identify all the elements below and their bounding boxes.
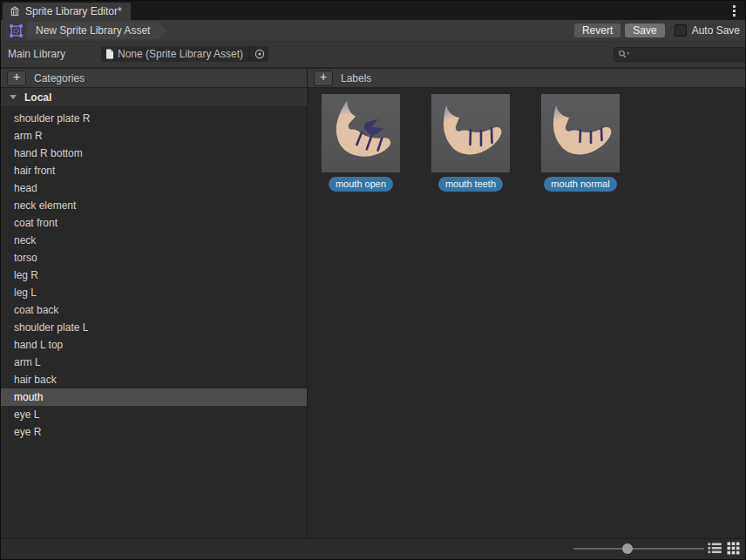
category-row[interactable]: neck [1,232,307,249]
grid-view-icon[interactable] [727,542,740,555]
category-list: shoulder plate R arm R hand R bottom hai… [1,110,307,441]
local-group-foldout[interactable]: Local [1,88,307,107]
category-row[interactable]: shoulder plate L [1,319,307,336]
category-row[interactable]: eye R [1,423,307,441]
auto-save-checkbox[interactable] [675,24,687,37]
sprite-library-editor-window: Sprite Library Editor* New Sprite Librar… [0,0,746,560]
list-view-icon[interactable] [708,543,722,554]
main-library-label: Main Library [8,48,65,60]
sprite-card[interactable]: mouth open [322,94,400,192]
breadcrumb[interactable]: New Sprite Library Asset [27,22,167,39]
categories-header: + Categories [1,67,307,88]
category-row[interactable]: hair front [1,162,307,179]
category-row[interactable]: arm R [1,127,307,145]
auto-save-label: Auto Save [692,24,740,37]
labels-header: + Labels [308,67,746,88]
category-row[interactable]: leg R [1,267,307,284]
sprite-label-pill[interactable]: mouth open [329,177,393,192]
add-label-button[interactable]: + [314,71,333,86]
object-picker-target-icon[interactable] [249,46,268,62]
sprite-thumbnail-graphic [431,94,510,172]
search-icon [618,50,630,59]
search-field[interactable] [614,47,746,62]
labels-panel: mouth open [308,88,746,538]
toolbar: New Sprite Library Asset Revert Save Aut… [1,20,745,41]
revert-button[interactable]: Revert [574,24,621,37]
sprite-thumbnail-graphic [322,94,400,172]
categories-title: Categories [34,72,85,84]
tab-sprite-library-editor[interactable]: Sprite Library Editor* [3,3,131,20]
tab-bar: Sprite Library Editor* [1,1,745,20]
category-row[interactable]: leg L [1,284,307,301]
categories-panel: Local shoulder plate R arm R hand R bott… [1,88,307,538]
category-row[interactable]: neck element [1,197,307,214]
sprite-card[interactable]: mouth normal [541,94,620,192]
local-group-label: Local [24,91,51,104]
labels-title: Labels [341,72,371,84]
sprite-thumbnail[interactable] [541,94,620,172]
category-row[interactable]: shoulder plate R [1,110,307,127]
sprite-card[interactable]: mouth teeth [431,94,510,192]
category-row[interactable]: hand R bottom [1,145,307,162]
sprite-thumbnail[interactable] [322,94,400,172]
toolbar-actions: Revert Save Auto Save [574,24,740,37]
category-row[interactable]: hand L top [1,336,307,354]
document-page-icon [105,49,114,59]
category-row[interactable]: mouth [1,388,307,406]
sprite-thumbnail-graphic [541,94,620,172]
category-row[interactable]: coat front [1,214,307,232]
save-button[interactable]: Save [625,24,664,37]
tab-title: Sprite Library Editor* [25,5,122,17]
main-library-object-field[interactable]: None (Sprite Library Asset) [101,46,268,62]
sprite-library-asset-icon [9,24,24,38]
breadcrumb-label: New Sprite Library Asset [36,24,150,37]
sprite-label-pill[interactable]: mouth normal [544,177,616,192]
sprite-label-pill[interactable]: mouth teeth [438,177,503,192]
category-row[interactable]: torso [1,249,307,267]
triangle-down-icon [10,95,17,99]
category-row[interactable]: head [1,179,307,197]
thumbnail-size-slider[interactable] [573,548,704,550]
thumbnail-size-slider-handle[interactable] [622,543,633,554]
category-row[interactable]: eye L [1,406,307,423]
category-row[interactable]: arm L [1,354,307,371]
category-row[interactable]: coat back [1,301,307,319]
search-input[interactable] [630,50,746,60]
add-category-button[interactable]: + [7,71,26,86]
category-row[interactable]: hair back [1,371,307,388]
library-building-icon [9,5,21,17]
object-field-value: None (Sprite Library Asset) [118,48,243,60]
sprite-thumbnail[interactable] [431,94,510,172]
kebab-menu-icon[interactable] [728,3,740,18]
